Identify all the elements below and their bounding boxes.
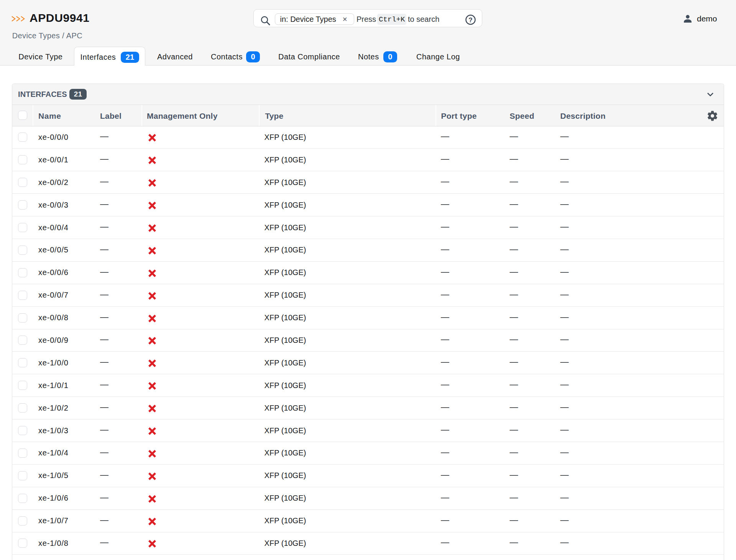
svg-text:?: ? xyxy=(468,16,472,24)
